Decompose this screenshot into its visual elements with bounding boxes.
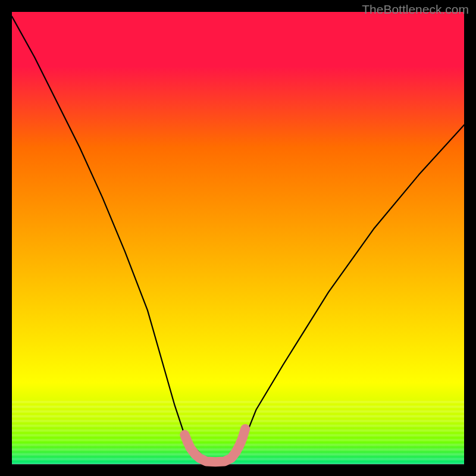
- chart-container: TheBottleneck.com: [0, 0, 476, 476]
- svg-rect-6: [12, 420, 464, 422]
- svg-rect-9: [12, 434, 464, 437]
- svg-rect-14: [12, 458, 464, 461]
- svg-rect-2: [12, 401, 464, 403]
- svg-rect-7: [12, 425, 464, 427]
- svg-rect-4: [12, 411, 464, 413]
- svg-rect-3: [12, 406, 464, 408]
- svg-rect-8: [12, 430, 464, 432]
- svg-rect-5: [12, 415, 464, 418]
- chart-svg: [0, 0, 476, 476]
- svg-rect-15: [12, 463, 464, 465]
- svg-rect-1: [12, 12, 464, 464]
- watermark-text: TheBottleneck.com: [362, 2, 469, 17]
